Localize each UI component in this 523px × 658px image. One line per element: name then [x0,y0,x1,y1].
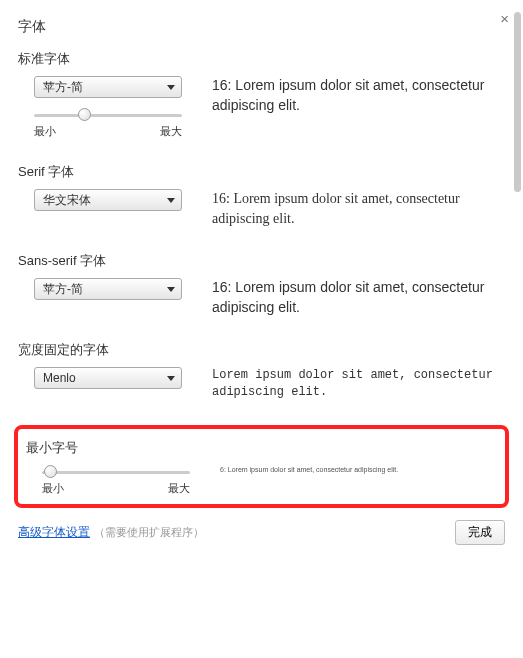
slider-track [42,471,190,474]
section-label: 宽度固定的字体 [18,341,505,359]
slider-thumb[interactable] [78,108,91,121]
slider-max-label: 最大 [160,124,182,139]
slider-max-label: 最大 [168,481,190,496]
section-label: 最小字号 [26,439,497,457]
section-standard-font: 标准字体 苹方-简 最小 最大 16: Lore [18,50,505,139]
dialog-title: 字体 [18,18,505,36]
section-min-font-size: 最小字号 最小 最大 6: Lorem ipsum dolor sit amet… [26,439,497,496]
standard-preview-text: 16: Lorem ipsum dolor sit amet, consecte… [198,76,505,115]
select-value: 苹方-简 [43,79,83,96]
chevron-down-icon [167,198,175,203]
slider-thumb[interactable] [44,465,57,478]
sans-preview-text: 16: Lorem ipsum dolor sit amet, consecte… [198,278,505,317]
section-serif-font: Serif 字体 华文宋体 16: Lorem ipsum dolor sit … [18,163,505,228]
footer-note: （需要使用扩展程序） [94,525,204,540]
done-button[interactable]: 完成 [455,520,505,545]
dialog-footer: 高级字体设置 （需要使用扩展程序） 完成 [18,520,505,545]
select-value: 华文宋体 [43,192,91,209]
scrollbar[interactable] [514,12,521,192]
select-value: Menlo [43,371,76,385]
min-size-preview-text: 6: Lorem ipsum dolor sit amet, consectet… [206,465,497,475]
standard-font-select[interactable]: 苹方-简 [34,76,182,98]
highlight-min-font-size: 最小字号 最小 最大 6: Lorem ipsum dolor sit amet… [14,425,509,508]
section-label: Sans-serif 字体 [18,252,505,270]
fixed-preview-text: Lorem ipsum dolor sit amet, consectetur … [198,367,505,401]
slider-min-label: 最小 [34,124,56,139]
slider-min-label: 最小 [42,481,64,496]
serif-font-select[interactable]: 华文宋体 [34,189,182,211]
standard-size-slider[interactable] [34,108,182,122]
chevron-down-icon [167,376,175,381]
select-value: 苹方-简 [43,281,83,298]
chevron-down-icon [167,287,175,292]
slider-track [34,114,182,117]
section-sans-font: Sans-serif 字体 苹方-简 16: Lorem ipsum dolor… [18,252,505,317]
sans-font-select[interactable]: 苹方-简 [34,278,182,300]
section-fixed-font: 宽度固定的字体 Menlo Lorem ipsum dolor sit amet… [18,341,505,401]
section-label: 标准字体 [18,50,505,68]
font-settings-dialog: × 字体 标准字体 苹方-简 最小 最大 [0,0,523,658]
advanced-font-settings-link[interactable]: 高级字体设置 [18,524,90,541]
close-icon[interactable]: × [500,10,509,27]
chevron-down-icon [167,85,175,90]
fixed-font-select[interactable]: Menlo [34,367,182,389]
min-size-slider[interactable] [42,465,190,479]
section-label: Serif 字体 [18,163,505,181]
serif-preview-text: 16: Lorem ipsum dolor sit amet, consecte… [198,189,505,228]
